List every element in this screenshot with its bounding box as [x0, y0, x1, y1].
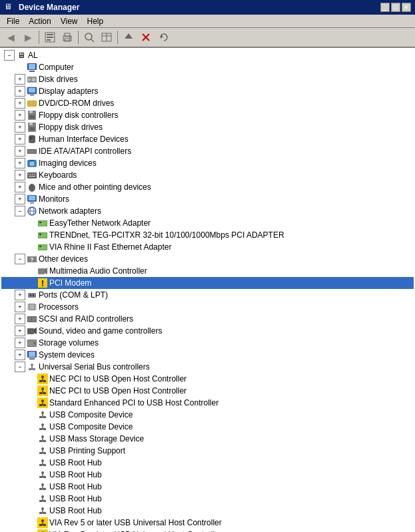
tree-item-31[interactable]: USB Mass Storage Device: [1, 433, 414, 445]
tree-item-20[interactable]: +Processors: [1, 301, 414, 313]
expand-btn-23[interactable]: +: [15, 338, 25, 348]
expand-btn-9[interactable]: +: [15, 170, 25, 180]
print-button[interactable]: [59, 30, 75, 45]
scan-button[interactable]: [81, 30, 97, 45]
minimize-button[interactable]: _: [380, 3, 390, 12]
tree-item-0[interactable]: Computer: [1, 61, 414, 73]
maximize-button[interactable]: □: [391, 3, 400, 12]
expand-btn-24[interactable]: +: [15, 350, 25, 360]
tree-label-32: USB Printing Support: [49, 446, 125, 455]
expand-btn-11[interactable]: +: [15, 194, 25, 204]
svg-point-145: [41, 459, 44, 462]
svg-rect-93: [29, 358, 35, 360]
tree-item-21[interactable]: +SCSI and RAID controllers: [1, 313, 414, 325]
tree-item-18[interactable]: !PCI Modem: [1, 277, 414, 289]
expand-spacer-39: [25, 529, 36, 532]
expand-btn-4[interactable]: +: [15, 110, 25, 121]
tree-item-3[interactable]: +DVD/CD-ROM drives: [1, 97, 414, 109]
expand-btn-3[interactable]: +: [15, 98, 25, 109]
tree-item-15[interactable]: VIA Rhine II Fast Ethernet Adapter: [1, 241, 414, 253]
tree-label-22: Sound, video and game controllers: [39, 326, 162, 336]
system-icon-24: [27, 350, 37, 360]
forward-button[interactable]: ▶: [20, 30, 36, 45]
expand-btn-8[interactable]: +: [15, 158, 25, 168]
tree-item-17[interactable]: Multimedia Audio Controller: [1, 265, 414, 277]
svg-rect-3: [47, 39, 51, 41]
tree-item-1[interactable]: +Disk drives: [1, 73, 414, 85]
svg-rect-47: [34, 174, 35, 175]
close-button[interactable]: ✕: [402, 3, 411, 12]
expand-btn-1[interactable]: +: [15, 74, 25, 85]
expand-btn-16[interactable]: −: [15, 254, 25, 264]
tree-children-root: Computer+Disk drives+Display adapters+DV…: [1, 61, 414, 532]
tree-item-26[interactable]: NEC PCI to USB Open Host Controller: [1, 373, 414, 385]
expand-spacer-31: [25, 433, 36, 444]
expand-al[interactable]: −: [4, 50, 15, 61]
update-driver-button[interactable]: [121, 30, 137, 45]
expand-btn-5[interactable]: +: [15, 122, 25, 133]
tree-item-25[interactable]: −Universal Serial Bus controllers: [1, 361, 414, 373]
menu-action[interactable]: Action: [25, 16, 55, 27]
tree-item-32[interactable]: USB Printing Support: [1, 445, 414, 457]
svg-point-169: [41, 507, 44, 510]
tree-item-13[interactable]: EasyTether Network Adapter: [1, 217, 414, 229]
expand-btn-6[interactable]: +: [15, 134, 25, 144]
tree-label-18: PCI Modem: [49, 278, 91, 288]
tree-item-34[interactable]: USB Root Hub: [1, 469, 414, 481]
tree-item-9[interactable]: +Keyboards: [1, 169, 414, 181]
tree-item-19[interactable]: +Ports (COM & LPT): [1, 289, 414, 301]
svg-rect-27: [28, 101, 36, 106]
tree-item-6[interactable]: +Human Interface Devices: [1, 133, 414, 145]
tree-item-38[interactable]: VIA Rev 5 or later USB Universal Host Co…: [1, 517, 414, 529]
svg-rect-73: [30, 294, 31, 296]
expand-spacer-0: [15, 62, 25, 73]
expand-btn-25[interactable]: −: [15, 362, 25, 372]
uninstall-button[interactable]: [138, 30, 154, 45]
tree-item-36[interactable]: USB Root Hub: [1, 493, 414, 505]
properties-button[interactable]: [42, 30, 58, 45]
expand-btn-12[interactable]: −: [15, 206, 25, 216]
menu-file[interactable]: File: [3, 16, 23, 27]
view-resources-button[interactable]: [99, 30, 115, 45]
tree-item-39[interactable]: VIA Rev 5 or later USB Universal Host Co…: [1, 529, 414, 532]
tree-item-4[interactable]: +Floppy disk controllers: [1, 109, 414, 121]
tree-area[interactable]: − 🖥 AL Computer+Disk drives+Display adap…: [0, 48, 415, 532]
tree-item-11[interactable]: +Monitors: [1, 193, 414, 205]
menu-view[interactable]: View: [57, 16, 82, 27]
tree-item-10[interactable]: +Mice and other pointing devices: [1, 181, 414, 193]
expand-btn-19[interactable]: +: [15, 290, 25, 300]
tree-item-14[interactable]: TRENDnet, TEG-PCITXR 32-bit 10/100/1000M…: [1, 229, 414, 241]
tree-label-2: Display adapters: [39, 87, 98, 96]
expand-btn-7[interactable]: +: [15, 146, 25, 156]
svg-rect-144: [43, 452, 46, 454]
tree-item-27[interactable]: NEC PCI to USB Open Host Controller: [1, 385, 414, 397]
tree-item-23[interactable]: +Storage volumes: [1, 337, 414, 349]
expand-btn-21[interactable]: +: [15, 314, 25, 324]
tree-item-30[interactable]: USB Composite Device: [1, 421, 414, 433]
expand-btn-22[interactable]: +: [15, 326, 25, 336]
tree-item-8[interactable]: +Imaging devices: [1, 157, 414, 169]
tree-item-2[interactable]: +Display adapters: [1, 85, 414, 97]
tree-item-37[interactable]: USB Root Hub: [1, 505, 414, 517]
tree-item-5[interactable]: +Floppy disk drives: [1, 121, 414, 133]
tree-item-16[interactable]: −?Other devices: [1, 253, 414, 265]
tree-item-35[interactable]: USB Root Hub: [1, 481, 414, 493]
network-icon-12: [27, 206, 37, 216]
tree-item-24[interactable]: +System devices: [1, 349, 414, 361]
expand-btn-2[interactable]: +: [15, 86, 25, 97]
back-button[interactable]: ◀: [3, 30, 19, 45]
tree-item-33[interactable]: USB Root Hub: [1, 457, 414, 469]
tree-item-root[interactable]: − 🖥 AL: [1, 49, 414, 61]
menu-help[interactable]: Help: [83, 16, 108, 27]
usb-device-icon-31: [37, 433, 48, 444]
rollback-button[interactable]: [155, 30, 171, 45]
tree-item-29[interactable]: USB Composite Device: [1, 409, 414, 421]
svg-rect-162: [43, 488, 46, 490]
expand-btn-20[interactable]: +: [15, 302, 25, 312]
tree-item-22[interactable]: +Sound, video and game controllers: [1, 325, 414, 337]
svg-rect-99: [33, 368, 35, 370]
tree-item-12[interactable]: −Network adapters: [1, 205, 414, 217]
tree-item-28[interactable]: Standard Enhanced PCI to USB Host Contro…: [1, 397, 414, 409]
expand-btn-10[interactable]: +: [15, 182, 25, 192]
tree-item-7[interactable]: +IDE ATA/ATAPI controllers: [1, 145, 414, 157]
